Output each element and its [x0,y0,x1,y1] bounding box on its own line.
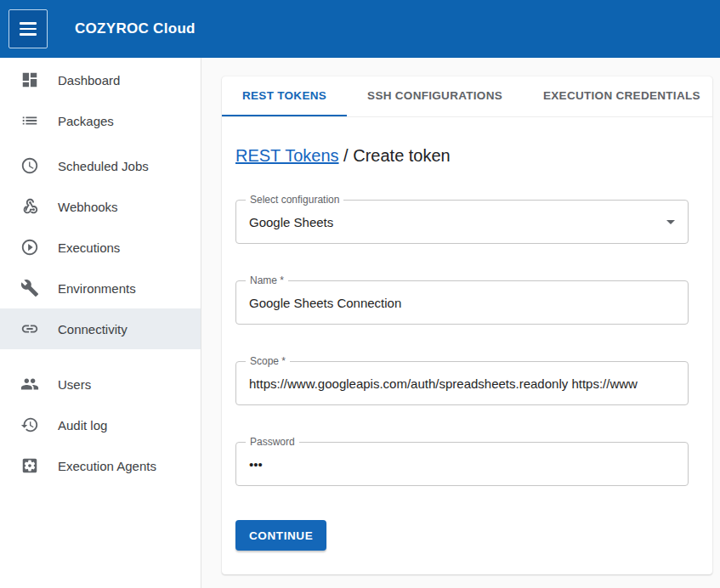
field-label: Name * [246,274,288,287]
scope-field-wrap: Scope * [235,361,689,405]
tab-bar: REST TOKENS SSH CONFIGURATIONS EXECUTION… [222,76,712,117]
field-label: Password [246,435,299,449]
sidebar-item-label: Connectivity [58,322,128,336]
sidebar-item-executions[interactable]: Executions [0,227,201,268]
main-content: REST TOKENS SSH CONFIGURATIONS EXECUTION… [201,58,720,588]
sidebar-item-execution-agents[interactable]: Execution Agents [0,445,201,486]
breadcrumb: REST Tokens / Create token [235,146,689,166]
hamburger-menu-button[interactable] [9,9,48,48]
sidebar-item-label: Environments [58,281,136,296]
sidebar-item-environments[interactable]: Environments [0,268,201,308]
sidebar-item-label: Audit log [58,418,107,433]
breadcrumb-separator: / [339,146,354,165]
app-header: COZYROC Cloud [0,0,720,58]
list-icon [20,111,39,130]
webhook-icon [20,197,39,216]
field-label: Select configuration [246,193,343,206]
configuration-select-value: Google Sheets [249,215,658,229]
tab-rest-tokens[interactable]: REST TOKENS [222,76,347,116]
sidebar-item-label: Scheduled Jobs [58,159,149,173]
password-field-wrap: Password [235,442,689,486]
sidebar-item-audit-log[interactable]: Audit log [0,404,201,445]
sidebar-item-dashboard[interactable]: Dashboard [0,59,201,100]
sidebar: Dashboard Packages Scheduled Jobs Webhoo… [0,58,201,588]
sidebar-item-users[interactable]: Users [0,364,201,404]
sidebar-item-label: Users [58,377,91,392]
hamburger-icon [20,22,37,25]
sidebar-item-connectivity[interactable]: Connectivity [0,308,201,349]
app-title: COZYROC Cloud [75,20,196,37]
people-icon [20,375,39,393]
chevron-down-icon [666,220,675,224]
dashboard-icon [20,71,39,89]
continue-button[interactable]: CONTINUE [235,520,326,551]
link-icon [20,319,39,338]
select-configuration-field-wrap: Select configuration Google Sheets [235,200,689,244]
sidebar-item-label: Executions [58,240,120,255]
sidebar-item-scheduled-jobs[interactable]: Scheduled Jobs [0,145,201,186]
tab-ssh-configurations[interactable]: SSH CONFIGURATIONS [347,76,523,116]
wrench-icon [20,279,39,297]
name-field-wrap: Name * [235,280,689,325]
password-input[interactable] [235,442,689,486]
sidebar-item-packages[interactable]: Packages [0,100,201,141]
content-card: REST TOKENS SSH CONFIGURATIONS EXECUTION… [222,76,712,574]
play-circle-icon [20,238,39,257]
sidebar-item-label: Webhooks [58,200,118,214]
sidebar-item-label: Packages [58,114,114,128]
scope-input[interactable] [235,361,689,405]
history-icon [20,416,39,434]
sidebar-item-webhooks[interactable]: Webhooks [0,186,201,227]
sidebar-spacer [0,349,201,364]
sidebar-item-label: Execution Agents [58,459,156,473]
clock-icon [20,156,39,175]
name-input[interactable] [235,280,689,325]
create-token-form: Select configuration Google Sheets Name … [235,200,689,551]
agent-icon [20,456,39,475]
field-label: Scope * [246,354,290,368]
breadcrumb-link-rest-tokens[interactable]: REST Tokens [235,146,339,165]
tab-execution-credentials[interactable]: EXECUTION CREDENTIALS [523,76,712,116]
sidebar-item-label: Dashboard [58,73,120,88]
breadcrumb-current: Create token [353,146,451,165]
